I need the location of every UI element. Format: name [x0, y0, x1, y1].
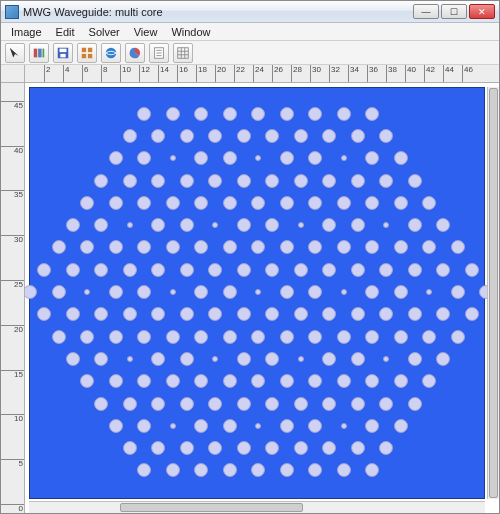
cladding-hole[interactable] — [194, 240, 208, 254]
cladding-hole[interactable] — [237, 129, 251, 143]
cladding-hole[interactable] — [280, 374, 294, 388]
cladding-hole[interactable] — [94, 174, 108, 188]
cladding-hole[interactable] — [80, 330, 94, 344]
cladding-hole[interactable] — [351, 397, 365, 411]
cladding-hole[interactable] — [151, 263, 165, 277]
cladding-hole[interactable] — [237, 218, 251, 232]
cladding-hole[interactable] — [280, 419, 294, 433]
cladding-hole[interactable] — [237, 263, 251, 277]
cladding-hole[interactable] — [194, 374, 208, 388]
cladding-hole[interactable] — [166, 463, 180, 477]
cladding-hole[interactable] — [422, 196, 436, 210]
cladding-hole[interactable] — [151, 307, 165, 321]
cladding-hole[interactable] — [251, 107, 265, 121]
cladding-hole[interactable] — [379, 174, 393, 188]
cladding-hole[interactable] — [137, 240, 151, 254]
cladding-hole[interactable] — [379, 441, 393, 455]
cladding-hole[interactable] — [408, 174, 422, 188]
cladding-hole[interactable] — [123, 441, 137, 455]
cladding-hole[interactable] — [394, 196, 408, 210]
cladding-hole[interactable] — [379, 307, 393, 321]
cladding-hole[interactable] — [223, 419, 237, 433]
cladding-hole[interactable] — [337, 107, 351, 121]
core-defect-hole[interactable] — [341, 155, 347, 161]
cladding-hole[interactable] — [194, 463, 208, 477]
cladding-hole[interactable] — [208, 174, 222, 188]
cladding-hole[interactable] — [322, 352, 336, 366]
cladding-hole[interactable] — [351, 441, 365, 455]
cladding-hole[interactable] — [394, 151, 408, 165]
cladding-hole[interactable] — [351, 352, 365, 366]
chart-tool-icon[interactable] — [125, 43, 145, 63]
cladding-hole[interactable] — [123, 263, 137, 277]
cladding-hole[interactable] — [251, 463, 265, 477]
cladding-hole[interactable] — [265, 397, 279, 411]
cladding-hole[interactable] — [280, 240, 294, 254]
cladding-hole[interactable] — [265, 352, 279, 366]
cladding-hole[interactable] — [265, 307, 279, 321]
cladding-hole[interactable] — [52, 330, 66, 344]
cladding-hole[interactable] — [166, 240, 180, 254]
cladding-hole[interactable] — [166, 374, 180, 388]
cladding-hole[interactable] — [223, 107, 237, 121]
cladding-hole[interactable] — [394, 285, 408, 299]
select-tool-icon[interactable] — [5, 43, 25, 63]
cladding-hole[interactable] — [436, 352, 450, 366]
core-defect-hole[interactable] — [127, 222, 133, 228]
cladding-hole[interactable] — [223, 240, 237, 254]
cladding-hole[interactable] — [308, 330, 322, 344]
cladding-hole[interactable] — [137, 463, 151, 477]
cladding-hole[interactable] — [180, 441, 194, 455]
cladding-hole[interactable] — [436, 263, 450, 277]
cladding-hole[interactable] — [451, 330, 465, 344]
cladding-hole[interactable] — [109, 151, 123, 165]
cladding-hole[interactable] — [280, 196, 294, 210]
menu-window[interactable]: Window — [165, 25, 216, 39]
cladding-hole[interactable] — [379, 263, 393, 277]
core-defect-hole[interactable] — [298, 356, 304, 362]
cladding-hole[interactable] — [294, 174, 308, 188]
cladding-hole[interactable] — [322, 174, 336, 188]
cladding-hole[interactable] — [408, 263, 422, 277]
vertical-scrollbar[interactable] — [487, 87, 499, 499]
save-tool-icon[interactable] — [53, 43, 73, 63]
core-defect-hole[interactable] — [170, 289, 176, 295]
cladding-hole[interactable] — [109, 196, 123, 210]
cladding-hole[interactable] — [180, 174, 194, 188]
cladding-hole[interactable] — [408, 352, 422, 366]
cladding-hole[interactable] — [223, 151, 237, 165]
cladding-hole[interactable] — [208, 307, 222, 321]
cladding-hole[interactable] — [422, 374, 436, 388]
cladding-hole[interactable] — [208, 441, 222, 455]
core-defect-hole[interactable] — [170, 155, 176, 161]
cladding-hole[interactable] — [322, 263, 336, 277]
cladding-hole[interactable] — [337, 196, 351, 210]
cladding-hole[interactable] — [223, 196, 237, 210]
horizontal-scroll-thumb[interactable] — [120, 503, 302, 512]
cladding-hole[interactable] — [337, 374, 351, 388]
cladding-hole[interactable] — [66, 307, 80, 321]
cladding-hole[interactable] — [109, 419, 123, 433]
cladding-hole[interactable] — [365, 240, 379, 254]
cladding-hole[interactable] — [151, 441, 165, 455]
cladding-hole[interactable] — [308, 419, 322, 433]
cladding-hole[interactable] — [137, 196, 151, 210]
cladding-hole[interactable] — [422, 330, 436, 344]
cladding-hole[interactable] — [394, 330, 408, 344]
cladding-hole[interactable] — [365, 285, 379, 299]
cladding-hole[interactable] — [251, 196, 265, 210]
core-defect-hole[interactable] — [383, 356, 389, 362]
cladding-hole[interactable] — [80, 240, 94, 254]
cladding-hole[interactable] — [280, 285, 294, 299]
cladding-hole[interactable] — [265, 129, 279, 143]
cladding-hole[interactable] — [408, 218, 422, 232]
core-defect-hole[interactable] — [298, 222, 304, 228]
cladding-hole[interactable] — [308, 107, 322, 121]
core-defect-hole[interactable] — [255, 423, 261, 429]
cladding-hole[interactable] — [123, 174, 137, 188]
cladding-hole[interactable] — [294, 397, 308, 411]
core-defect-hole[interactable] — [212, 222, 218, 228]
cladding-hole[interactable] — [223, 374, 237, 388]
cladding-hole[interactable] — [265, 218, 279, 232]
cladding-hole[interactable] — [365, 107, 379, 121]
